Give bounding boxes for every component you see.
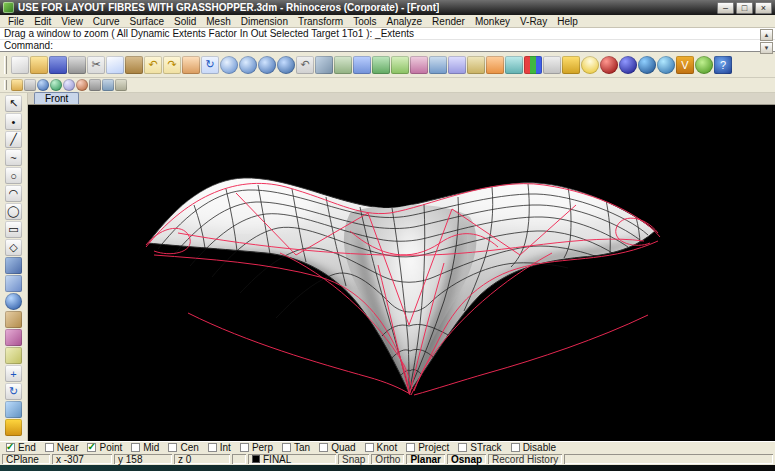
undo-view-change-icon[interactable]: ↶ (296, 56, 314, 74)
menu-item[interactable]: Edit (29, 16, 56, 27)
menu-item[interactable]: Transform (293, 16, 348, 27)
box-icon[interactable] (5, 311, 22, 328)
command-scrollbar[interactable]: ▲▼ (760, 29, 773, 51)
paste-icon[interactable] (125, 56, 143, 74)
toggle-ortho[interactable]: Ortho (371, 454, 404, 464)
toolbar-grip[interactable] (4, 56, 7, 74)
copy-icon[interactable] (106, 56, 124, 74)
set-camera-icon[interactable] (89, 79, 101, 91)
scroll-up-icon[interactable]: ▲ (760, 29, 773, 41)
redo-icon[interactable]: ↷ (163, 56, 181, 74)
zoom-dynamic-icon[interactable] (220, 56, 238, 74)
display-shaded-icon[interactable] (37, 79, 49, 91)
viewport-tab-front[interactable]: Front (34, 92, 79, 104)
zoom-extents-icon[interactable] (258, 56, 276, 74)
menu-item[interactable]: Curve (88, 16, 125, 27)
rotate-object-icon[interactable] (410, 56, 428, 74)
command-input[interactable] (56, 40, 771, 51)
viewport-canvas[interactable] (28, 105, 775, 441)
close-button[interactable]: × (755, 2, 772, 14)
print-icon[interactable] (68, 56, 86, 74)
menu-item[interactable]: Solid (169, 16, 201, 27)
osnap-tan[interactable]: Tan (282, 442, 310, 453)
menu-item[interactable]: Analyze (382, 16, 428, 27)
layers-icon[interactable] (524, 56, 542, 74)
join-icon[interactable] (467, 56, 485, 74)
help-icon[interactable]: ? (714, 56, 732, 74)
floating-viewport-icon[interactable] (102, 79, 114, 91)
lock-icon[interactable] (562, 56, 580, 74)
light-icon[interactable] (581, 56, 599, 74)
toggle-snap[interactable]: Snap (338, 454, 369, 464)
render-settings-icon[interactable] (619, 56, 637, 74)
scroll-down-icon[interactable]: ▼ (760, 42, 773, 54)
pan-view-icon[interactable] (182, 56, 200, 74)
osnap-mid[interactable]: Mid (131, 442, 159, 453)
osnap-perp[interactable]: Perp (240, 442, 273, 453)
fillet-icon[interactable] (5, 347, 22, 364)
osnap-disable[interactable]: Disable (511, 442, 556, 453)
grasshopper-icon[interactable] (695, 56, 713, 74)
menu-item[interactable]: Mesh (201, 16, 235, 27)
cplane-button[interactable]: CPlane (2, 454, 50, 464)
curve-icon[interactable]: ~ (5, 149, 22, 166)
rotate-icon[interactable]: ↻ (5, 383, 22, 400)
arc-icon[interactable]: ◠ (5, 185, 22, 202)
zoom-window-icon[interactable] (239, 56, 257, 74)
boolean-icon[interactable] (5, 329, 22, 346)
material-icon[interactable] (638, 56, 656, 74)
display-ghosted-icon[interactable] (63, 79, 75, 91)
osnap-int[interactable]: Int (208, 442, 231, 453)
new-file-icon[interactable] (11, 56, 29, 74)
circle-icon[interactable]: ○ (5, 167, 22, 184)
vray-icon[interactable]: V (676, 56, 694, 74)
snap-settings-icon[interactable] (11, 79, 23, 91)
menu-item[interactable]: Tools (348, 16, 381, 27)
display-xray-icon[interactable] (76, 79, 88, 91)
cut-icon[interactable]: ✂ (87, 56, 105, 74)
trim-icon[interactable] (505, 56, 523, 74)
osnap-point[interactable]: Point (87, 442, 122, 453)
point-icon[interactable]: • (5, 113, 22, 130)
display-wireframe-icon[interactable] (24, 79, 36, 91)
osnap-near[interactable]: Near (45, 442, 79, 453)
menu-item[interactable]: Surface (125, 16, 169, 27)
render-icon[interactable] (600, 56, 618, 74)
surface-icon[interactable] (5, 257, 22, 274)
save-icon[interactable] (49, 56, 67, 74)
set-view-icon[interactable] (315, 56, 333, 74)
osnap-quad[interactable]: Quad (319, 442, 355, 453)
named-views-icon[interactable] (334, 56, 352, 74)
osnap-knot[interactable]: Knot (365, 442, 398, 453)
polyline-icon[interactable]: ╱ (5, 131, 22, 148)
zoom-selected-icon[interactable] (277, 56, 295, 74)
polygon-icon[interactable]: ◇ (5, 239, 22, 256)
object-properties-icon[interactable] (543, 56, 561, 74)
menu-item[interactable]: Dimension (236, 16, 293, 27)
layer-indicator[interactable]: FINAL (248, 454, 336, 464)
display-rendered-icon[interactable] (50, 79, 62, 91)
loft-icon[interactable] (5, 275, 22, 292)
sphere-icon[interactable] (5, 293, 22, 310)
osnap-end[interactable]: End (6, 442, 36, 453)
viewport-layout-icon[interactable] (115, 79, 127, 91)
mirror-icon[interactable] (448, 56, 466, 74)
explode-icon[interactable] (486, 56, 504, 74)
menu-item[interactable]: File (3, 16, 29, 27)
minimize-button[interactable]: – (717, 2, 734, 14)
toolbar-grip[interactable] (4, 80, 7, 90)
restore-button[interactable]: □ (736, 2, 753, 14)
osnap-project[interactable]: Project (406, 442, 449, 453)
scale-object-icon[interactable] (429, 56, 447, 74)
menu-item[interactable]: View (56, 16, 88, 27)
ellipse-icon[interactable]: ◯ (5, 203, 22, 220)
toggle-record-history[interactable]: Record History (488, 454, 562, 464)
move-icon[interactable] (372, 56, 390, 74)
grid-snap-icon[interactable] (353, 56, 371, 74)
scale-icon[interactable] (5, 401, 22, 418)
osnap-cen[interactable]: Cen (168, 442, 198, 453)
paint-bucket-icon[interactable] (5, 419, 22, 436)
osnap-strack[interactable]: STrack (458, 442, 501, 453)
open-file-icon[interactable] (30, 56, 48, 74)
undo-icon[interactable]: ↶ (144, 56, 162, 74)
